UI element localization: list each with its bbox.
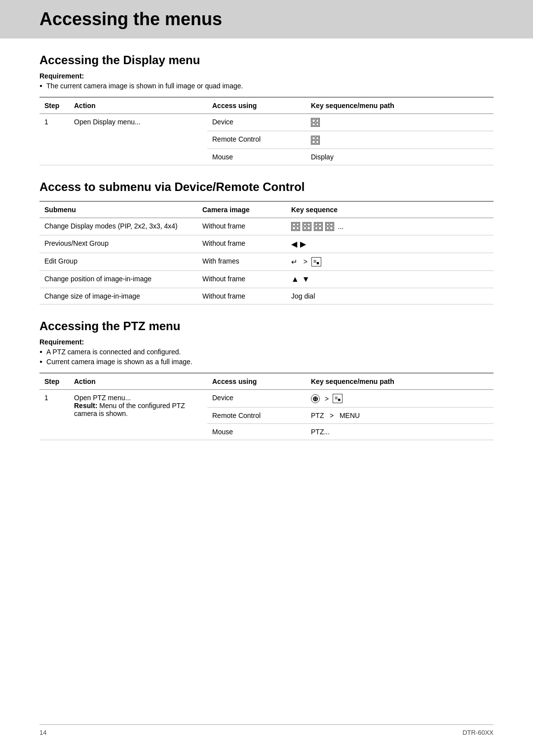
access-device: Device [207,114,306,131]
table-row: 1 Open PTZ menu... Result: Menu of the c… [39,390,494,408]
table-row: 1 Open Display menu... Device [39,114,494,131]
camera-with-frames: With frames [197,253,286,270]
menu-icon2: ≡■ [333,394,343,403]
access-mouse: Mouse [207,149,306,165]
ptz-access-device: Device [207,390,306,408]
section1-title: Accessing the Display menu [39,53,494,67]
col-header-access2: Access using [207,373,306,390]
grid-icon-1 [291,222,300,231]
camera-without-frame: Without frame [197,218,286,235]
key-mouse: Display [306,149,494,165]
col-header-step2: Step [39,373,69,390]
ptz-key-mouse: PTZ... [306,424,494,440]
section3-requirement-label: Requirement: [39,338,494,346]
camera-without-frame3: Without frame [197,271,286,288]
grid-icon-3 [314,222,323,231]
footer-page-number: 14 [39,729,46,736]
page-title: Accessing the menus [39,9,494,30]
result-label: Result: [74,402,97,410]
col-header-keyseq: Key sequence [286,201,494,218]
section1-table: Step Action Access using Key sequence/me… [39,97,494,165]
menu-icon: ≡■ [311,257,321,266]
step-number: 1 [39,114,69,165]
table-row: Previous/Next Group Without frame ◀ ▶ [39,235,494,253]
camera-without-frame2: Without frame [197,235,286,253]
grid-icon-device [311,118,320,127]
gt-icon: > [302,258,307,265]
ptz-step-number: 1 [39,390,69,440]
col-header-camera: Camera image [197,201,286,218]
key-jog-dial: Jog dial [286,288,494,304]
table-row: Change size of image-in-image Without fr… [39,288,494,304]
arrow-right-icon: ▶ [300,240,306,248]
ptz-access-mouse: Mouse [207,424,306,440]
arrow-down-icon: ▼ [302,275,310,283]
col-header-key2: Key sequence/menu path [306,373,494,390]
action-text: Open Display menu... [69,114,207,165]
submenu-prev-next: Previous/Next Group [39,235,197,253]
ptz-key-device: ⊕ > ≡■ [306,390,494,408]
table-row: Change Display modes (PIP, 2x2, 3x3, 4x4… [39,218,494,235]
col-header-key: Key sequence/menu path [306,97,494,114]
footer-doc-id: DTR-60XX [462,729,494,736]
ptz-access-remote: Remote Control [207,408,306,424]
ptz-key-remote: PTZ > MENU [306,408,494,424]
section3-table: Step Action Access using Key sequence/me… [39,373,494,440]
gt-icon2: > [325,395,329,403]
section2-table: Submenu Camera image Key sequence Change… [39,201,494,304]
arrow-left-icon: ◀ [291,240,297,248]
submenu-change-display: Change Display modes (PIP, 2x2, 3x3, 4x4… [39,218,197,235]
ellipsis: ... [338,223,344,230]
key-arrows-ud: ▲ ▼ [286,271,494,288]
grid-icon-4 [325,222,334,231]
camera-without-frame4: Without frame [197,288,286,304]
enter-icon: ↵ [291,257,298,265]
page-footer: 14 DTR-60XX [39,724,494,736]
col-header-submenu: Submenu [39,201,197,218]
submenu-change-size: Change size of image-in-image [39,288,197,304]
section1-requirement-label: Requirement: [39,72,494,80]
key-multi-grid: ... [286,218,494,235]
submenu-edit-group: Edit Group [39,253,197,270]
arrow-up-icon: ▲ [291,275,299,283]
key-arrows-lr: ◀ ▶ [286,235,494,253]
col-header-access: Access using [207,97,306,114]
section1-requirement-text: The current camera image is shown in ful… [39,82,494,90]
key-enter-arrow-menu: ↵ > ≡■ [286,253,494,270]
col-header-action: Action [69,97,207,114]
grid-icon-remote [311,136,320,145]
section3-req2: Current camera image is shown as a full … [39,358,494,366]
ptz-action: Open PTZ menu... Result: Menu of the con… [69,390,207,440]
section3-title: Accessing the PTZ menu [39,319,494,333]
access-remote: Remote Control [207,131,306,149]
grid-icon-2 [303,222,311,231]
key-remote [306,131,494,149]
submenu-change-pos: Change position of image-in-image [39,271,197,288]
table-row: Change position of image-in-image Withou… [39,271,494,288]
col-header-step: Step [39,97,69,114]
key-device [306,114,494,131]
plus-circle-icon: ⊕ [311,394,320,403]
col-header-action2: Action [69,373,207,390]
section2-title: Access to submenu via Device/Remote Cont… [39,180,494,194]
section3-req1: A PTZ camera is connected and configured… [39,348,494,356]
table-row: Edit Group With frames ↵ > ≡■ [39,253,494,270]
